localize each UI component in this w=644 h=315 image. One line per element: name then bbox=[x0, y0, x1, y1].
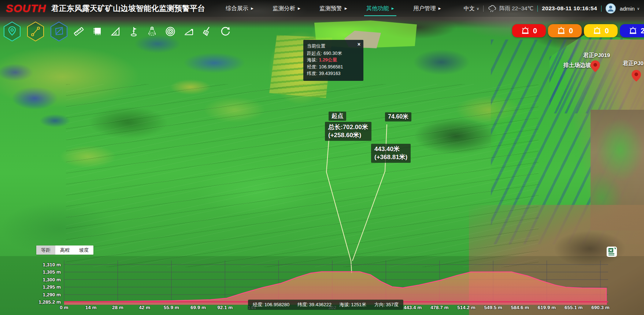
measure-total-length: 总长:702.00米 bbox=[328, 123, 368, 131]
terrain-right-slope-green bbox=[549, 33, 644, 113]
measure-line-icon bbox=[26, 21, 45, 42]
map-pin-icon[interactable] bbox=[591, 60, 600, 72]
siren-icon bbox=[521, 27, 530, 35]
marker-pole-button[interactable] bbox=[128, 25, 141, 38]
measure-segment2-length: 443.40米 bbox=[374, 145, 407, 153]
weather-text: 阵雨 22~34℃ bbox=[499, 5, 533, 12]
divider bbox=[483, 5, 484, 12]
profile-tabs: 等距 高程 坡度 bbox=[36, 245, 93, 255]
cursor-status-bar: 经度:106.958280 纬度:39.436222 海拔:1251米 方向:3… bbox=[248, 300, 403, 310]
popup-row-altitude: 海拔:1.29公里 bbox=[307, 57, 360, 64]
siren-icon bbox=[593, 27, 602, 35]
rain-cloud-icon bbox=[488, 5, 497, 12]
alarm-orange[interactable]: 0 bbox=[548, 24, 582, 37]
alarm-count: 0 bbox=[605, 27, 609, 35]
nav-user-management[interactable]: 用户管理▶ bbox=[413, 0, 441, 17]
measure-start-label: 起点 bbox=[329, 112, 346, 121]
view-cone-button[interactable] bbox=[147, 25, 159, 38]
chevron-right-icon: ▶ bbox=[251, 7, 253, 10]
avatar[interactable] bbox=[606, 3, 616, 14]
terrain-bench-lines bbox=[66, 84, 538, 267]
alarm-counters: 0 0 0 bbox=[512, 24, 644, 37]
alarm-red[interactable]: 0 bbox=[512, 24, 546, 37]
map-pin-icon[interactable] bbox=[632, 70, 641, 82]
polygon-draw-icon bbox=[50, 21, 68, 42]
surface-area-icon bbox=[92, 26, 103, 37]
status-latitude: 纬度:39.436222 bbox=[297, 301, 332, 308]
close-icon[interactable]: × bbox=[358, 42, 360, 47]
divider bbox=[601, 5, 602, 12]
popup-title: 当前位置 bbox=[307, 43, 360, 50]
weather-widget: 阵雨 22~34℃ bbox=[488, 5, 533, 12]
export-excel-button[interactable] bbox=[606, 246, 617, 257]
nav-overview[interactable]: 综合展示▶ bbox=[226, 0, 253, 17]
slope-icon bbox=[183, 26, 194, 37]
language-selector[interactable]: 中文∨ bbox=[464, 5, 479, 12]
broom-icon bbox=[201, 26, 212, 37]
marker-label-pj0[interactable]: 君正PJ0 bbox=[623, 60, 644, 67]
measure-segment2-delta: (+368.81米) bbox=[374, 153, 407, 161]
popup-row-longitude: 经度:106.956581 bbox=[307, 64, 360, 71]
chevron-down-icon: ∨ bbox=[477, 7, 479, 11]
concentric-rings-button[interactable] bbox=[165, 25, 177, 38]
popup-row-latitude: 纬度:39.439163 bbox=[307, 70, 360, 77]
divider bbox=[537, 5, 538, 12]
popup-row-distance: 距起点:690.30米 bbox=[307, 50, 360, 57]
measure-segment2-label: 443.40米 (+368.81米) bbox=[371, 144, 411, 163]
chevron-right-icon: ▶ bbox=[345, 7, 347, 10]
marker-label-pj019[interactable]: 君正PJ019 bbox=[583, 52, 610, 59]
status-heading: 方向:357度 bbox=[374, 301, 399, 308]
status-altitude: 海拔:1251米 bbox=[340, 301, 367, 308]
tab-slope[interactable]: 坡度 bbox=[74, 245, 93, 255]
main-nav: 综合展示▶ 监测分析▶ 监测预警▶ 其他功能▶ 用户管理▶ bbox=[226, 0, 441, 17]
surface-area-button[interactable] bbox=[92, 25, 104, 38]
refresh-button[interactable] bbox=[220, 25, 232, 38]
siren-icon bbox=[629, 27, 637, 35]
slope-measure-button[interactable] bbox=[183, 25, 196, 38]
nav-other-functions[interactable]: 其他功能▶ bbox=[366, 0, 394, 17]
excel-icon bbox=[606, 246, 617, 257]
alarm-yellow[interactable]: 0 bbox=[584, 24, 618, 37]
alarm-blue[interactable]: 2 bbox=[620, 24, 644, 37]
marker-pole-icon bbox=[128, 26, 139, 37]
triangle-ruler-button[interactable] bbox=[110, 25, 122, 38]
measure-total-label: 总长:702.00米 (+258.60米) bbox=[325, 122, 371, 141]
refresh-icon bbox=[220, 26, 231, 37]
measure-segment1-label: 74.60米 bbox=[385, 112, 411, 121]
measure-distance-button[interactable] bbox=[26, 21, 45, 42]
tab-equidistant[interactable]: 等距 bbox=[36, 245, 55, 255]
terrain-dirt-corner bbox=[469, 205, 644, 315]
current-position-popup: × 当前位置 距起点:690.30米 海拔:1.29公里 经度:106.9565… bbox=[303, 40, 363, 81]
tab-elevation[interactable]: 高程 bbox=[55, 245, 74, 255]
triangle-ruler-icon bbox=[110, 26, 121, 37]
measure-area-button[interactable] bbox=[50, 21, 68, 42]
locate-poi-button[interactable] bbox=[3, 21, 21, 42]
concentric-rings-icon bbox=[165, 26, 176, 37]
user-menu[interactable]: admin∨ bbox=[620, 5, 640, 12]
chevron-right-icon: ▶ bbox=[392, 7, 394, 10]
nav-monitor-analysis[interactable]: 监测分析▶ bbox=[273, 0, 300, 17]
terrain-rubble bbox=[591, 110, 644, 230]
measure-total-delta: (+258.60米) bbox=[328, 131, 368, 139]
ruler-button[interactable] bbox=[73, 25, 86, 38]
location-pin-icon bbox=[3, 21, 21, 42]
nav-monitor-warning[interactable]: 监测预警▶ bbox=[319, 0, 347, 17]
page-title: 君正东风露天矿矿山边坡智能化监测预警平台 bbox=[51, 3, 205, 14]
top-header: SOUTH 君正东风露天矿矿山边坡智能化监测预警平台 综合展示▶ 监测分析▶ 监… bbox=[0, 0, 644, 17]
view-cone-icon bbox=[147, 26, 158, 37]
alarm-count: 0 bbox=[533, 27, 537, 35]
alarm-count: 2 bbox=[641, 27, 644, 35]
brand-logo: SOUTH bbox=[6, 2, 46, 15]
alarm-count: 0 bbox=[569, 27, 573, 35]
marker-label-dump-slope[interactable]: 排土场边坡 bbox=[563, 62, 591, 69]
header-right-cluster: 中文∨ 阵雨 22~34℃ 2023-08-11 10:16:54 admin∨ bbox=[464, 3, 640, 14]
clear-button[interactable] bbox=[201, 25, 214, 38]
siren-icon bbox=[557, 27, 566, 35]
terrain-right-slope bbox=[491, 40, 644, 244]
datetime-display: 2023-08-11 10:16:54 bbox=[542, 5, 597, 12]
chevron-down-icon: ∨ bbox=[637, 7, 640, 11]
status-longitude: 经度:106.958280 bbox=[253, 301, 289, 308]
chevron-right-icon: ▶ bbox=[298, 7, 300, 10]
chevron-right-icon: ▶ bbox=[438, 7, 441, 10]
ruler-icon bbox=[73, 26, 84, 37]
